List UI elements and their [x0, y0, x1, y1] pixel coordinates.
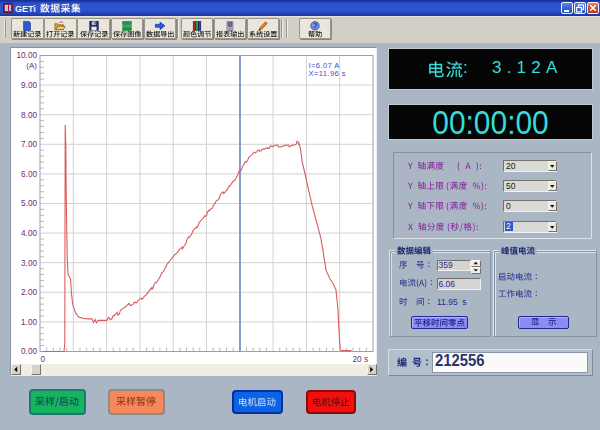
- svg-text:4.00: 4.00: [21, 229, 37, 238]
- svg-text:10.00: 10.00: [17, 51, 38, 60]
- svg-text:7.00: 7.00: [21, 140, 37, 149]
- svg-text:20 s: 20 s: [353, 355, 368, 364]
- svg-text:8.00: 8.00: [21, 111, 37, 120]
- svg-text:9.00: 9.00: [21, 81, 37, 90]
- svg-text:5.00: 5.00: [21, 199, 37, 208]
- svg-text:2.00: 2.00: [21, 288, 37, 297]
- svg-text:1.00: 1.00: [21, 318, 37, 327]
- svg-text:X=11.96 s: X=11.96 s: [309, 69, 346, 78]
- svg-text:6.00: 6.00: [21, 170, 37, 179]
- svg-text:(A): (A): [26, 61, 37, 70]
- svg-text:0.00: 0.00: [21, 347, 37, 356]
- svg-text:0: 0: [41, 355, 46, 364]
- svg-text:3.00: 3.00: [21, 259, 37, 268]
